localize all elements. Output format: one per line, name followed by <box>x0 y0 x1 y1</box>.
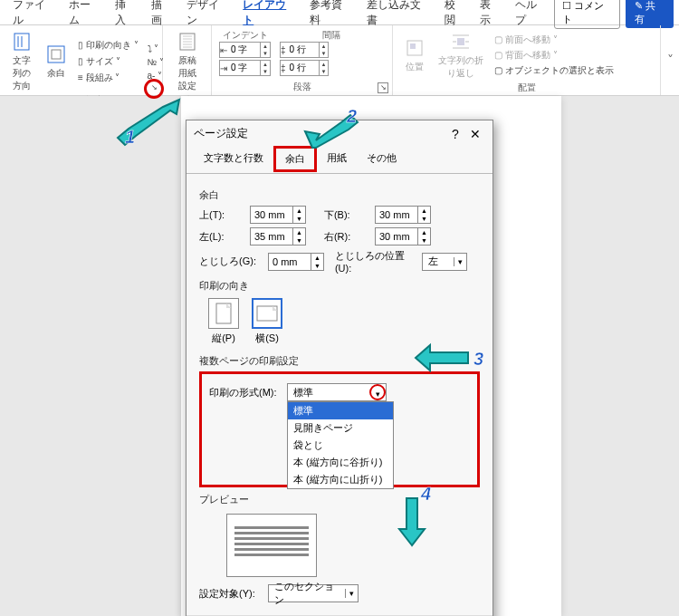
left-label: 左(L): <box>199 230 244 244</box>
print-type-value: 標準 <box>288 384 369 400</box>
dtab-paper[interactable]: 用紙 <box>317 147 357 173</box>
paragraph-launcher[interactable]: ↘ <box>378 82 388 93</box>
spin-down[interactable]: ▼ <box>320 68 329 75</box>
chevron-down-icon: ▾ <box>345 589 358 598</box>
send-backward-button[interactable]: ▢ 背面へ移動 ˅ <box>493 48 616 63</box>
ribbon: 文字列の 方向 余白 ▯ 印刷の向き ˅ ▯ サイズ ˅ ≡ 段組み ˅ ⤵ ˅… <box>0 25 679 96</box>
arrange-group-label: 配置 <box>400 82 653 94</box>
text-direction-label: 文字列の 方向 <box>11 54 33 92</box>
portrait-icon <box>215 303 232 324</box>
gutter-pos-label: とじしろの位置(U): <box>335 249 416 274</box>
print-type-options: 標準 見開きページ 袋とじ 本 (縦方向に谷折り) 本 (縦方向に山折り) <box>287 401 394 489</box>
right-input[interactable]: ▲▼ <box>375 227 431 245</box>
landscape-label: 横(S) <box>255 332 279 345</box>
orientation-button[interactable]: ▯ 印刷の向き ˅ <box>76 38 140 53</box>
page-setup-launcher[interactable]: ↘ <box>144 79 164 99</box>
wrap-button[interactable]: 文字列の折 り返し <box>435 29 487 82</box>
indent-label: インデント <box>223 29 268 42</box>
indent-left-input[interactable] <box>227 45 260 55</box>
manuscript-button[interactable]: 原稿用紙 設定 <box>170 29 204 94</box>
preview-label: プレビュー <box>199 493 480 506</box>
share-label: 共有 <box>635 0 655 24</box>
columns-button[interactable]: ≡ 段組み ˅ <box>76 71 140 85</box>
space-after-spinner[interactable]: ‡▲▼ <box>280 60 330 76</box>
gutter-pos-select[interactable]: 左▾ <box>422 253 467 271</box>
manuscript-label: 原稿用紙 設定 <box>174 54 200 92</box>
paragraph-group-label: 段落 <box>219 81 385 93</box>
ribbon-collapse-button[interactable]: ˅ <box>661 25 679 95</box>
indent-left-spinner[interactable]: ⇤▲▼ <box>219 42 271 58</box>
spin-down[interactable]: ▼ <box>261 50 270 57</box>
position-label: 位置 <box>406 61 424 73</box>
ribbon-group-page-setup: 文字列の 方向 余白 ▯ 印刷の向き ˅ ▯ サイズ ˅ ≡ 段組み ˅ ⤵ ˅… <box>0 25 163 95</box>
ribbon-group-arrange: 位置 文字列の折 り返し ▢ 前面へ移動 ˅ ▢ 背面へ移動 ˅ ▢ オブジェク… <box>393 25 661 95</box>
margins-label: 余白 <box>47 67 65 80</box>
wrap-icon <box>450 31 472 53</box>
position-icon <box>404 37 426 59</box>
text-direction-button[interactable]: 文字列の 方向 <box>7 29 36 94</box>
chevron-down-icon[interactable]: ▾ <box>369 384 386 400</box>
space-before-input[interactable] <box>286 45 319 55</box>
spacing-label: 間隔 <box>322 29 340 42</box>
indent-right-spinner[interactable]: ⇥▲▼ <box>219 60 271 76</box>
indent-right-input[interactable] <box>227 63 260 73</box>
spin-up[interactable]: ▲ <box>320 61 329 68</box>
option-book-mountain[interactable]: 本 (縦方向に山折り) <box>288 471 393 488</box>
orient-landscape[interactable]: 横(S) <box>252 298 282 345</box>
svg-rect-2 <box>52 50 61 59</box>
page-setup-dialog: ページ設定 ? ✕ 文字数と行数 余白 用紙 その他 余白 上(T): ▲▼ 下… <box>186 120 493 616</box>
dtab-other[interactable]: その他 <box>357 147 406 173</box>
print-type-dropdown[interactable]: 標準▾ 標準 見開きページ 袋とじ 本 (縦方向に谷折り) 本 (縦方向に山折り… <box>287 383 387 401</box>
text-direction-icon <box>11 31 33 53</box>
gutter-input[interactable]: ▲▼ <box>268 253 324 271</box>
dialog-titlebar: ページ設定 ? ✕ <box>186 120 493 147</box>
option-book-valley[interactable]: 本 (縦方向に谷折り) <box>288 454 393 471</box>
comment-button[interactable]: ☐ コメント <box>554 0 620 29</box>
position-button[interactable]: 位置 <box>400 35 429 75</box>
multi-section-label: 複数ページの印刷設定 <box>199 354 480 368</box>
multi-page-area: 印刷の形式(M): 標準▾ 標準 見開きページ 袋とじ 本 (縦方向に谷折り) … <box>199 371 480 487</box>
dialog-tabs: 文字数と行数 余白 用紙 その他 <box>186 147 493 174</box>
dialog-title: ページ設定 <box>194 126 445 141</box>
manuscript-icon <box>177 31 198 53</box>
apply-to-select[interactable]: このセクション▾ <box>268 584 359 602</box>
option-standard[interactable]: 標準 <box>288 402 393 419</box>
option-facing[interactable]: 見開きページ <box>288 419 393 437</box>
spin-down[interactable]: ▼ <box>261 68 270 75</box>
dtab-chars[interactable]: 文字数と行数 <box>194 147 273 173</box>
spin-up[interactable]: ▲ <box>261 43 270 50</box>
dtab-margins[interactable]: 余白 <box>273 146 317 172</box>
comment-label: コメント <box>562 0 604 24</box>
margins-icon <box>45 43 67 65</box>
right-label: 右(R): <box>324 230 369 244</box>
spin-up[interactable]: ▲ <box>261 61 270 68</box>
orient-portrait[interactable]: 縦(P) <box>208 298 239 345</box>
top-input[interactable]: ▲▼ <box>250 206 306 224</box>
svg-rect-1 <box>48 46 64 63</box>
spin-down[interactable]: ▼ <box>320 50 329 57</box>
preview-box <box>226 514 317 577</box>
menubar: ファイル ホーム 挿入 描画 デザイン レイアウト 参考資料 差し込み文書 校閲… <box>0 0 679 25</box>
bottom-input[interactable]: ▲▼ <box>375 206 431 224</box>
svg-rect-6 <box>457 38 464 45</box>
wrap-label: 文字列の折 り返し <box>438 54 483 80</box>
share-button[interactable]: ✎ 共有 <box>626 0 674 28</box>
orientation-section-label: 印刷の向き <box>199 279 480 293</box>
margins-button[interactable]: 余白 <box>42 42 71 82</box>
print-type-label: 印刷の形式(M): <box>209 386 282 399</box>
close-button[interactable]: ✕ <box>465 127 485 141</box>
landscape-icon <box>256 305 278 322</box>
apply-to-label: 設定対象(Y): <box>199 587 263 601</box>
space-after-input[interactable] <box>286 63 319 73</box>
help-button[interactable]: ? <box>445 127 465 141</box>
ribbon-group-manuscript: 原稿用紙 設定 原稿用紙 <box>163 25 212 95</box>
option-bookfold[interactable]: 袋とじ <box>288 437 393 454</box>
left-input[interactable]: ▲▼ <box>250 227 306 245</box>
portrait-label: 縦(P) <box>212 332 235 345</box>
top-label: 上(T): <box>199 208 244 222</box>
selection-pane-button[interactable]: ▢ オブジェクトの選択と表示 <box>493 63 616 78</box>
bring-forward-button[interactable]: ▢ 前面へ移動 ˅ <box>493 33 616 47</box>
space-before-spinner[interactable]: ‡▲▼ <box>280 42 330 58</box>
spin-up[interactable]: ▲ <box>320 43 329 50</box>
size-button[interactable]: ▯ サイズ ˅ <box>76 54 140 69</box>
